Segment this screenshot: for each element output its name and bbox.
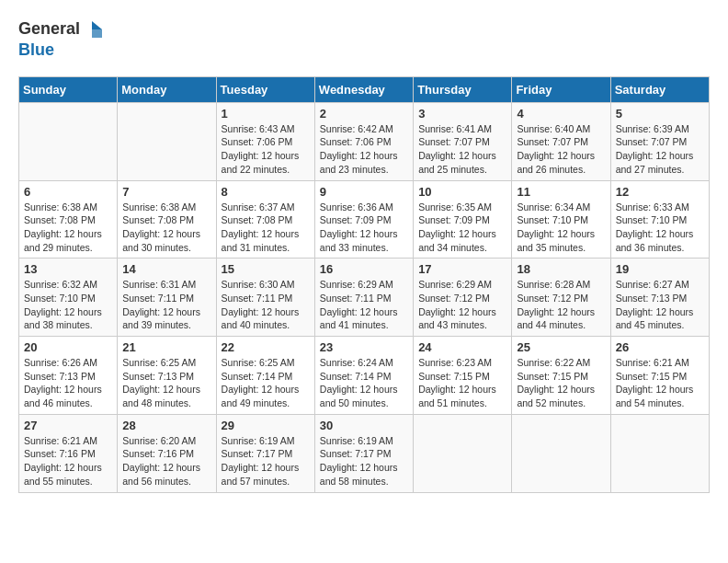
calendar-cell: 18Sunrise: 6:28 AM Sunset: 7:12 PM Dayli…	[512, 259, 610, 337]
weekday-header-row: SundayMondayTuesdayWednesdayThursdayFrid…	[19, 76, 710, 102]
calendar-table: SundayMondayTuesdayWednesdayThursdayFrid…	[18, 76, 710, 493]
day-number: 12	[616, 185, 704, 199]
calendar-cell: 27Sunrise: 6:21 AM Sunset: 7:16 PM Dayli…	[19, 414, 118, 492]
calendar-cell: 3Sunrise: 6:41 AM Sunset: 7:07 PM Daylig…	[414, 102, 512, 180]
day-number: 15	[222, 262, 310, 276]
calendar-cell: 13Sunrise: 6:32 AM Sunset: 7:10 PM Dayli…	[19, 259, 118, 337]
cell-info: Sunrise: 6:26 AM Sunset: 7:13 PM Dayligh…	[24, 356, 112, 410]
calendar-cell: 24Sunrise: 6:23 AM Sunset: 7:15 PM Dayli…	[414, 337, 512, 415]
cell-info: Sunrise: 6:25 AM Sunset: 7:13 PM Dayligh…	[122, 356, 210, 410]
cell-info: Sunrise: 6:23 AM Sunset: 7:15 PM Dayligh…	[418, 356, 506, 410]
logo: General Blue	[18, 18, 102, 62]
logo-bird-icon	[82, 19, 102, 40]
cell-info: Sunrise: 6:42 AM Sunset: 7:06 PM Dayligh…	[320, 122, 408, 177]
cell-info: Sunrise: 6:38 AM Sunset: 7:08 PM Dayligh…	[24, 201, 112, 255]
day-number: 26	[616, 340, 704, 354]
calendar-week-row: 20Sunrise: 6:26 AM Sunset: 7:13 PM Dayli…	[19, 337, 710, 415]
day-number: 4	[517, 107, 605, 121]
cell-info: Sunrise: 6:19 AM Sunset: 7:17 PM Dayligh…	[222, 434, 310, 488]
day-number: 6	[24, 185, 112, 199]
day-number: 16	[320, 262, 408, 276]
cell-info: Sunrise: 6:25 AM Sunset: 7:14 PM Dayligh…	[222, 356, 310, 410]
cell-info: Sunrise: 6:33 AM Sunset: 7:10 PM Dayligh…	[616, 201, 704, 255]
day-number: 27	[24, 419, 112, 432]
svg-marker-1	[92, 29, 102, 38]
calendar-cell: 2Sunrise: 6:42 AM Sunset: 7:06 PM Daylig…	[314, 102, 413, 180]
cell-info: Sunrise: 6:36 AM Sunset: 7:09 PM Dayligh…	[320, 201, 408, 255]
calendar-body: 1Sunrise: 6:43 AM Sunset: 7:06 PM Daylig…	[19, 102, 710, 492]
svg-marker-0	[92, 21, 102, 29]
day-number: 19	[616, 262, 704, 276]
calendar-cell: 15Sunrise: 6:30 AM Sunset: 7:11 PM Dayli…	[216, 259, 314, 337]
calendar-cell	[118, 102, 216, 180]
weekday-header-cell: Tuesday	[216, 76, 314, 102]
calendar-cell: 5Sunrise: 6:39 AM Sunset: 7:07 PM Daylig…	[610, 102, 709, 180]
day-number: 7	[122, 185, 210, 199]
calendar-cell: 12Sunrise: 6:33 AM Sunset: 7:10 PM Dayli…	[610, 180, 709, 259]
calendar-cell: 8Sunrise: 6:37 AM Sunset: 7:08 PM Daylig…	[216, 180, 314, 259]
calendar-cell	[414, 414, 512, 492]
calendar-cell: 1Sunrise: 6:43 AM Sunset: 7:06 PM Daylig…	[216, 102, 314, 180]
logo-general: General	[18, 18, 80, 40]
day-number: 13	[24, 262, 112, 276]
day-number: 30	[320, 419, 408, 432]
calendar-cell	[610, 414, 709, 492]
cell-info: Sunrise: 6:34 AM Sunset: 7:10 PM Dayligh…	[517, 201, 605, 255]
weekday-header-cell: Thursday	[414, 76, 512, 102]
calendar-cell: 23Sunrise: 6:24 AM Sunset: 7:14 PM Dayli…	[314, 337, 413, 415]
calendar-cell: 7Sunrise: 6:38 AM Sunset: 7:08 PM Daylig…	[118, 180, 216, 259]
calendar-cell	[512, 414, 610, 492]
cell-info: Sunrise: 6:43 AM Sunset: 7:06 PM Dayligh…	[222, 122, 310, 177]
weekday-header-cell: Wednesday	[314, 76, 413, 102]
calendar-cell: 17Sunrise: 6:29 AM Sunset: 7:12 PM Dayli…	[414, 259, 512, 337]
cell-info: Sunrise: 6:31 AM Sunset: 7:11 PM Dayligh…	[122, 278, 210, 332]
calendar-cell: 25Sunrise: 6:22 AM Sunset: 7:15 PM Dayli…	[512, 337, 610, 415]
cell-info: Sunrise: 6:35 AM Sunset: 7:09 PM Dayligh…	[418, 201, 506, 255]
day-number: 11	[517, 185, 605, 199]
cell-info: Sunrise: 6:38 AM Sunset: 7:08 PM Dayligh…	[122, 201, 210, 255]
day-number: 23	[320, 340, 408, 354]
day-number: 20	[24, 340, 112, 354]
cell-info: Sunrise: 6:22 AM Sunset: 7:15 PM Dayligh…	[517, 356, 605, 410]
calendar-cell: 11Sunrise: 6:34 AM Sunset: 7:10 PM Dayli…	[512, 180, 610, 259]
calendar-cell: 6Sunrise: 6:38 AM Sunset: 7:08 PM Daylig…	[19, 180, 118, 259]
cell-info: Sunrise: 6:24 AM Sunset: 7:14 PM Dayligh…	[320, 356, 408, 410]
day-number: 8	[222, 185, 310, 199]
weekday-header-cell: Saturday	[610, 76, 709, 102]
weekday-header-cell: Friday	[512, 76, 610, 102]
calendar-cell: 19Sunrise: 6:27 AM Sunset: 7:13 PM Dayli…	[610, 259, 709, 337]
calendar-cell: 4Sunrise: 6:40 AM Sunset: 7:07 PM Daylig…	[512, 102, 610, 180]
day-number: 17	[418, 262, 506, 276]
calendar-cell: 16Sunrise: 6:29 AM Sunset: 7:11 PM Dayli…	[314, 259, 413, 337]
day-number: 2	[320, 107, 408, 121]
cell-info: Sunrise: 6:40 AM Sunset: 7:07 PM Dayligh…	[517, 122, 605, 177]
calendar-cell: 22Sunrise: 6:25 AM Sunset: 7:14 PM Dayli…	[216, 337, 314, 415]
cell-info: Sunrise: 6:39 AM Sunset: 7:07 PM Dayligh…	[616, 122, 704, 177]
cell-info: Sunrise: 6:20 AM Sunset: 7:16 PM Dayligh…	[122, 434, 210, 488]
calendar-week-row: 6Sunrise: 6:38 AM Sunset: 7:08 PM Daylig…	[19, 180, 710, 259]
day-number: 29	[222, 419, 310, 432]
calendar-cell: 20Sunrise: 6:26 AM Sunset: 7:13 PM Dayli…	[19, 337, 118, 415]
calendar-cell: 26Sunrise: 6:21 AM Sunset: 7:15 PM Dayli…	[610, 337, 709, 415]
day-number: 25	[517, 340, 605, 354]
calendar-cell: 9Sunrise: 6:36 AM Sunset: 7:09 PM Daylig…	[314, 180, 413, 259]
calendar-cell: 10Sunrise: 6:35 AM Sunset: 7:09 PM Dayli…	[414, 180, 512, 259]
day-number: 5	[616, 107, 704, 121]
calendar-cell: 14Sunrise: 6:31 AM Sunset: 7:11 PM Dayli…	[118, 259, 216, 337]
day-number: 21	[122, 340, 210, 354]
page-header: General Blue	[18, 18, 710, 62]
day-number: 14	[122, 262, 210, 276]
calendar-week-row: 1Sunrise: 6:43 AM Sunset: 7:06 PM Daylig…	[19, 102, 710, 180]
calendar-cell: 30Sunrise: 6:19 AM Sunset: 7:17 PM Dayli…	[314, 414, 413, 492]
day-number: 22	[222, 340, 310, 354]
cell-info: Sunrise: 6:27 AM Sunset: 7:13 PM Dayligh…	[616, 278, 704, 332]
calendar-week-row: 27Sunrise: 6:21 AM Sunset: 7:16 PM Dayli…	[19, 414, 710, 492]
weekday-header-cell: Sunday	[19, 76, 118, 102]
calendar-cell	[19, 102, 118, 180]
day-number: 9	[320, 185, 408, 199]
weekday-header-cell: Monday	[118, 76, 216, 102]
cell-info: Sunrise: 6:21 AM Sunset: 7:16 PM Dayligh…	[24, 434, 112, 488]
day-number: 1	[222, 107, 310, 121]
cell-info: Sunrise: 6:29 AM Sunset: 7:11 PM Dayligh…	[320, 278, 408, 332]
cell-info: Sunrise: 6:30 AM Sunset: 7:11 PM Dayligh…	[222, 278, 310, 332]
